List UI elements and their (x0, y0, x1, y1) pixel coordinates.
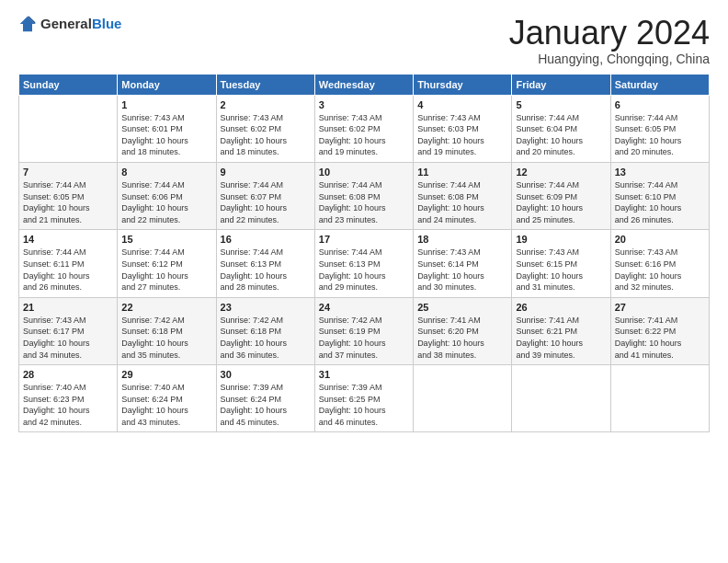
calendar-cell: 30Sunrise: 7:39 AMSunset: 6:24 PMDayligh… (216, 365, 314, 432)
calendar-cell: 16Sunrise: 7:44 AMSunset: 6:13 PMDayligh… (216, 230, 314, 297)
col-friday: Friday (512, 74, 610, 95)
calendar-cell: 14Sunrise: 7:44 AMSunset: 6:11 PMDayligh… (19, 230, 118, 297)
day-number: 19 (516, 234, 606, 245)
day-number: 30 (221, 369, 311, 380)
day-number: 21 (23, 302, 113, 313)
day-info: Sunrise: 7:43 AMSunset: 6:16 PMDaylight:… (615, 247, 705, 293)
calendar-cell: 25Sunrise: 7:41 AMSunset: 6:20 PMDayligh… (414, 297, 512, 364)
calendar-cell: 5Sunrise: 7:44 AMSunset: 6:04 PMDaylight… (512, 95, 610, 162)
calendar-cell: 3Sunrise: 7:43 AMSunset: 6:02 PMDaylight… (314, 95, 413, 162)
calendar-cell: 23Sunrise: 7:42 AMSunset: 6:18 PMDayligh… (216, 297, 314, 364)
day-number: 2 (221, 99, 311, 110)
col-wednesday: Wednesday (314, 74, 413, 95)
calendar-cell: 12Sunrise: 7:44 AMSunset: 6:09 PMDayligh… (512, 162, 610, 229)
day-number: 31 (319, 369, 409, 380)
day-info: Sunrise: 7:44 AMSunset: 6:12 PMDaylight:… (121, 247, 211, 293)
day-number: 13 (615, 167, 705, 178)
calendar-cell: 10Sunrise: 7:44 AMSunset: 6:08 PMDayligh… (314, 162, 413, 229)
calendar-cell: 28Sunrise: 7:40 AMSunset: 6:23 PMDayligh… (19, 365, 118, 432)
day-number: 11 (417, 167, 507, 178)
day-info: Sunrise: 7:42 AMSunset: 6:18 PMDaylight:… (121, 315, 211, 361)
day-info: Sunrise: 7:44 AMSunset: 6:04 PMDaylight:… (516, 112, 606, 158)
day-info: Sunrise: 7:44 AMSunset: 6:08 PMDaylight:… (319, 179, 409, 225)
day-info: Sunrise: 7:43 AMSunset: 6:14 PMDaylight:… (417, 247, 507, 293)
calendar-cell: 27Sunrise: 7:41 AMSunset: 6:22 PMDayligh… (610, 297, 709, 364)
week-row-1: 1Sunrise: 7:43 AMSunset: 6:01 PMDaylight… (19, 95, 710, 162)
calendar-cell: 17Sunrise: 7:44 AMSunset: 6:13 PMDayligh… (314, 230, 413, 297)
calendar-cell: 20Sunrise: 7:43 AMSunset: 6:16 PMDayligh… (610, 230, 709, 297)
calendar-cell: 15Sunrise: 7:44 AMSunset: 6:12 PMDayligh… (118, 230, 216, 297)
day-number: 16 (221, 234, 311, 245)
day-info: Sunrise: 7:43 AMSunset: 6:02 PMDaylight:… (319, 112, 409, 158)
col-tuesday: Tuesday (216, 74, 314, 95)
day-number: 23 (221, 302, 311, 313)
calendar-cell: 2Sunrise: 7:43 AMSunset: 6:02 PMDaylight… (216, 95, 314, 162)
day-number: 6 (615, 99, 705, 110)
calendar-cell: 31Sunrise: 7:39 AMSunset: 6:25 PMDayligh… (314, 365, 413, 432)
logo-text-general: General (40, 16, 92, 31)
calendar-table: Sunday Monday Tuesday Wednesday Thursday… (18, 74, 710, 433)
day-number: 26 (516, 302, 606, 313)
day-info: Sunrise: 7:42 AMSunset: 6:19 PMDaylight:… (319, 315, 409, 361)
day-info: Sunrise: 7:44 AMSunset: 6:05 PMDaylight:… (615, 112, 705, 158)
calendar-cell: 13Sunrise: 7:44 AMSunset: 6:10 PMDayligh… (610, 162, 709, 229)
day-number: 7 (23, 167, 113, 178)
day-number: 27 (615, 302, 705, 313)
svg-marker-0 (20, 17, 36, 32)
day-number: 28 (23, 369, 113, 380)
logo: GeneralBlue (18, 15, 121, 33)
day-number: 18 (417, 234, 507, 245)
calendar-cell: 22Sunrise: 7:42 AMSunset: 6:18 PMDayligh… (118, 297, 216, 364)
calendar-cell: 11Sunrise: 7:44 AMSunset: 6:08 PMDayligh… (414, 162, 512, 229)
col-monday: Monday (118, 74, 216, 95)
col-thursday: Thursday (414, 74, 512, 95)
day-info: Sunrise: 7:43 AMSunset: 6:03 PMDaylight:… (417, 112, 507, 158)
day-info: Sunrise: 7:41 AMSunset: 6:20 PMDaylight:… (417, 315, 507, 361)
calendar-cell: 4Sunrise: 7:43 AMSunset: 6:03 PMDaylight… (414, 95, 512, 162)
calendar-cell (610, 365, 709, 432)
calendar-cell (512, 365, 610, 432)
header-area: GeneralBlue January 2024 Huangying, Chon… (18, 15, 710, 66)
calendar-cell: 24Sunrise: 7:42 AMSunset: 6:19 PMDayligh… (314, 297, 413, 364)
calendar-subtitle: Huangying, Chongqing, China (509, 52, 710, 66)
col-sunday: Sunday (19, 74, 118, 95)
day-info: Sunrise: 7:39 AMSunset: 6:25 PMDaylight:… (319, 382, 409, 428)
day-number: 4 (417, 99, 507, 110)
calendar-cell: 1Sunrise: 7:43 AMSunset: 6:01 PMDaylight… (118, 95, 216, 162)
day-info: Sunrise: 7:41 AMSunset: 6:22 PMDaylight:… (615, 315, 705, 361)
day-info: Sunrise: 7:42 AMSunset: 6:18 PMDaylight:… (221, 315, 311, 361)
week-row-4: 21Sunrise: 7:43 AMSunset: 6:17 PMDayligh… (19, 297, 710, 364)
day-number: 3 (319, 99, 409, 110)
calendar-page: GeneralBlue January 2024 Huangying, Chon… (0, 0, 728, 563)
day-number: 20 (615, 234, 705, 245)
day-number: 29 (121, 369, 211, 380)
day-number: 10 (319, 167, 409, 178)
day-number: 1 (121, 99, 211, 110)
calendar-cell: 19Sunrise: 7:43 AMSunset: 6:15 PMDayligh… (512, 230, 610, 297)
day-number: 8 (121, 167, 211, 178)
week-row-2: 7Sunrise: 7:44 AMSunset: 6:05 PMDaylight… (19, 162, 710, 229)
day-number: 5 (516, 99, 606, 110)
day-info: Sunrise: 7:43 AMSunset: 6:17 PMDaylight:… (23, 315, 113, 361)
calendar-cell (19, 95, 118, 162)
day-info: Sunrise: 7:39 AMSunset: 6:24 PMDaylight:… (221, 382, 311, 428)
col-saturday: Saturday (610, 74, 709, 95)
day-info: Sunrise: 7:43 AMSunset: 6:15 PMDaylight:… (516, 247, 606, 293)
calendar-cell: 7Sunrise: 7:44 AMSunset: 6:05 PMDaylight… (19, 162, 118, 229)
day-info: Sunrise: 7:41 AMSunset: 6:21 PMDaylight:… (516, 315, 606, 361)
day-info: Sunrise: 7:40 AMSunset: 6:24 PMDaylight:… (121, 382, 211, 428)
day-number: 17 (319, 234, 409, 245)
calendar-cell: 21Sunrise: 7:43 AMSunset: 6:17 PMDayligh… (19, 297, 118, 364)
day-info: Sunrise: 7:44 AMSunset: 6:09 PMDaylight:… (516, 179, 606, 225)
day-info: Sunrise: 7:44 AMSunset: 6:10 PMDaylight:… (615, 179, 705, 225)
day-info: Sunrise: 7:43 AMSunset: 6:02 PMDaylight:… (221, 112, 311, 158)
day-info: Sunrise: 7:44 AMSunset: 6:11 PMDaylight:… (23, 247, 113, 293)
calendar-cell (414, 365, 512, 432)
week-row-5: 28Sunrise: 7:40 AMSunset: 6:23 PMDayligh… (19, 365, 710, 432)
calendar-cell: 29Sunrise: 7:40 AMSunset: 6:24 PMDayligh… (118, 365, 216, 432)
day-number: 15 (121, 234, 211, 245)
day-info: Sunrise: 7:44 AMSunset: 6:05 PMDaylight:… (23, 179, 113, 225)
calendar-cell: 26Sunrise: 7:41 AMSunset: 6:21 PMDayligh… (512, 297, 610, 364)
day-info: Sunrise: 7:44 AMSunset: 6:13 PMDaylight:… (221, 247, 311, 293)
day-number: 22 (121, 302, 211, 313)
